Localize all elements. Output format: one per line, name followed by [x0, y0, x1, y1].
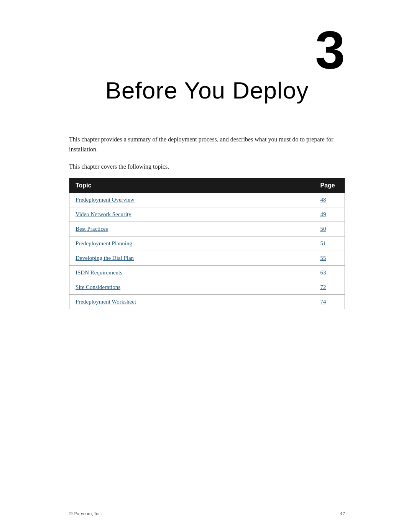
- topic-link[interactable]: Video Network Security: [76, 211, 131, 217]
- topic-link[interactable]: Predeployment Planning: [76, 240, 132, 246]
- copyright-text: © Polycom, Inc.: [69, 511, 102, 517]
- table-row: Predeployment Planning51: [69, 236, 345, 251]
- table-row: Predeployment Overview48: [69, 193, 345, 207]
- table-row: Predeployment Worksheet74: [69, 294, 345, 309]
- topic-column-header: Topic: [69, 178, 314, 193]
- page-cell[interactable]: 55: [314, 251, 345, 265]
- page-number: 47: [340, 511, 345, 517]
- topic-cell[interactable]: Predeployment Planning: [69, 236, 314, 251]
- chapter-number: 3: [69, 23, 345, 77]
- table-row: Best Practices50: [69, 222, 345, 236]
- table-row: Site Considerations72: [69, 280, 345, 294]
- page-cell[interactable]: 74: [314, 294, 345, 309]
- intro-paragraph: This chapter provides a summary of the d…: [69, 135, 345, 154]
- table-header-row: Topic Page: [69, 178, 345, 193]
- page-link[interactable]: 74: [320, 299, 326, 305]
- page-cell[interactable]: 72: [314, 280, 345, 294]
- page-link[interactable]: 51: [320, 240, 326, 246]
- topics-intro: This chapter covers the following topics…: [69, 162, 345, 172]
- page-link[interactable]: 48: [320, 197, 326, 203]
- topic-link[interactable]: Developing the Dial Plan: [76, 255, 134, 261]
- page-cell[interactable]: 63: [314, 265, 345, 280]
- page-link[interactable]: 72: [320, 284, 326, 290]
- page-footer: © Polycom, Inc. 47: [69, 511, 345, 517]
- table-row: Video Network Security49: [69, 207, 345, 222]
- table-row: ISDN Requirements63: [69, 265, 345, 280]
- page-cell[interactable]: 48: [314, 193, 345, 207]
- topic-link[interactable]: Best Practices: [76, 226, 108, 232]
- topic-cell[interactable]: Video Network Security: [69, 207, 314, 222]
- topic-link[interactable]: Predeployment Worksheet: [76, 299, 136, 305]
- topic-cell[interactable]: Best Practices: [69, 222, 314, 236]
- topic-cell[interactable]: Predeployment Overview: [69, 193, 314, 207]
- topic-cell[interactable]: Site Considerations: [69, 280, 314, 294]
- page-cell[interactable]: 50: [314, 222, 345, 236]
- page-column-header: Page: [314, 178, 345, 193]
- topic-link[interactable]: ISDN Requirements: [76, 269, 122, 276]
- page-link[interactable]: 63: [320, 269, 326, 276]
- toc-table: Topic Page Predeployment Overview48Video…: [69, 178, 345, 309]
- table-row: Developing the Dial Plan55: [69, 251, 345, 265]
- topic-cell[interactable]: Developing the Dial Plan: [69, 251, 314, 265]
- page-link[interactable]: 55: [320, 255, 326, 261]
- topic-cell[interactable]: ISDN Requirements: [69, 265, 314, 280]
- page-container: 3 Before You Deploy This chapter provide…: [0, 0, 414, 532]
- topic-link[interactable]: Predeployment Overview: [76, 197, 135, 203]
- page-link[interactable]: 49: [320, 211, 326, 217]
- page-cell[interactable]: 51: [314, 236, 345, 251]
- chapter-title: Before You Deploy: [69, 77, 345, 104]
- topic-link[interactable]: Site Considerations: [76, 284, 120, 290]
- topic-cell[interactable]: Predeployment Worksheet: [69, 294, 314, 309]
- page-link[interactable]: 50: [320, 226, 326, 232]
- page-cell[interactable]: 49: [314, 207, 345, 222]
